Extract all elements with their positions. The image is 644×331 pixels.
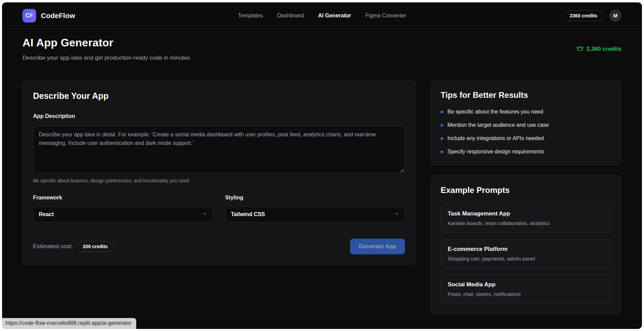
example-subtitle: Shopping cart, payments, admin panel xyxy=(448,256,604,261)
examples-list: Task Management App Kanban boards, team … xyxy=(441,204,612,303)
nav-item-ai-generator[interactable]: AI Generator xyxy=(318,13,351,19)
example-prompt-task-management[interactable]: Task Management App Kanban boards, team … xyxy=(441,204,612,232)
example-prompt-social-media[interactable]: Social Media App Posts, chat, stories, n… xyxy=(441,275,612,303)
sidebar: Tips for Better Results Be specific abou… xyxy=(431,80,622,314)
description-helper-text: Be specific about features, design prefe… xyxy=(33,178,405,183)
brand[interactable]: CF CodeFlow xyxy=(22,9,75,22)
styling-value: Tailwind CSS xyxy=(231,211,265,217)
tips-list: Be specific about the features you need … xyxy=(441,109,612,155)
card-title: Describe Your App xyxy=(33,91,405,101)
tip-text: Be specific about the features you need xyxy=(447,109,543,115)
framework-select[interactable]: React xyxy=(33,207,213,222)
tip-text: Include any integrations or APIs needed xyxy=(447,135,544,141)
example-prompts-card: Example Prompts Task Management App Kanb… xyxy=(431,175,622,314)
tips-title: Tips for Better Results xyxy=(441,90,612,100)
estimated-cost-label: Estimated cost: xyxy=(33,243,73,250)
nav-links: Templates Dashboard AI Generator Figma C… xyxy=(238,13,406,19)
chevron-down-icon xyxy=(202,211,207,217)
chevron-down-icon xyxy=(394,211,399,217)
example-subtitle: Posts, chat, stories, notifications xyxy=(448,291,604,297)
bullet-dot-icon xyxy=(441,137,443,140)
framework-value: React xyxy=(39,211,54,217)
brand-name: CodeFlow xyxy=(41,12,75,20)
describe-app-card: Describe Your App App Description Be spe… xyxy=(22,80,415,265)
codeflow-logo-icon: CF xyxy=(22,9,36,22)
nav-item-templates[interactable]: Templates xyxy=(238,13,263,19)
example-title: E-commerce Platform xyxy=(448,246,604,253)
estimated-cost-badge: 200 credits xyxy=(77,241,113,252)
tip-item: Be specific about the features you need xyxy=(441,109,612,115)
tip-item: Mention the target audience and use case xyxy=(441,122,612,128)
tip-item: Specify responsive design requirements xyxy=(441,149,612,155)
avatar[interactable]: M xyxy=(609,10,622,22)
crown-icon xyxy=(576,45,583,52)
credits-balance-text: 2,360 credits xyxy=(586,46,622,52)
tip-item: Include any integrations or APIs needed xyxy=(441,135,612,141)
framework-label: Framework xyxy=(33,195,213,201)
tip-text: Specify responsive design requirements xyxy=(447,149,544,155)
tip-text: Mention the target audience and use case xyxy=(447,122,549,128)
generate-app-button[interactable]: Generate App xyxy=(350,239,405,254)
tips-card: Tips for Better Results Be specific abou… xyxy=(431,80,622,165)
top-navbar: CF CodeFlow Templates Dashboard AI Gener… xyxy=(2,2,642,29)
credits-badge: 2360 credits xyxy=(564,10,603,21)
styling-select[interactable]: Tailwind CSS xyxy=(225,207,405,222)
nav-item-dashboard[interactable]: Dashboard xyxy=(277,13,304,19)
styling-label: Styling xyxy=(225,195,405,201)
credits-balance: 2,360 credits xyxy=(576,45,622,52)
example-subtitle: Kanban boards, team collaboration, analy… xyxy=(448,220,604,226)
bullet-dot-icon xyxy=(441,111,443,113)
page-content: AI App Generator Describe your app idea … xyxy=(2,29,642,314)
nav-item-figma-converter[interactable]: Figma Converter xyxy=(365,13,406,19)
bullet-dot-icon xyxy=(441,124,443,126)
example-prompt-ecommerce[interactable]: E-commerce Platform Shopping cart, payme… xyxy=(441,239,612,268)
page-header: AI App Generator Describe your app idea … xyxy=(22,36,622,61)
page-title: AI App Generator xyxy=(22,36,190,49)
example-title: Social Media App xyxy=(448,281,604,288)
app-description-label: App Description xyxy=(33,113,405,119)
nav-right: 2360 credits M xyxy=(564,10,622,22)
example-title: Task Management App xyxy=(448,210,604,217)
app-description-input[interactable] xyxy=(33,126,405,174)
page-subtitle: Describe your app idea and get productio… xyxy=(22,55,190,61)
bullet-dot-icon xyxy=(441,151,443,153)
browser-status-url: https://code-flow-marcello888.replit.app… xyxy=(2,318,136,329)
app-window: CF CodeFlow Templates Dashboard AI Gener… xyxy=(2,2,642,329)
example-prompts-title: Example Prompts xyxy=(441,185,612,195)
